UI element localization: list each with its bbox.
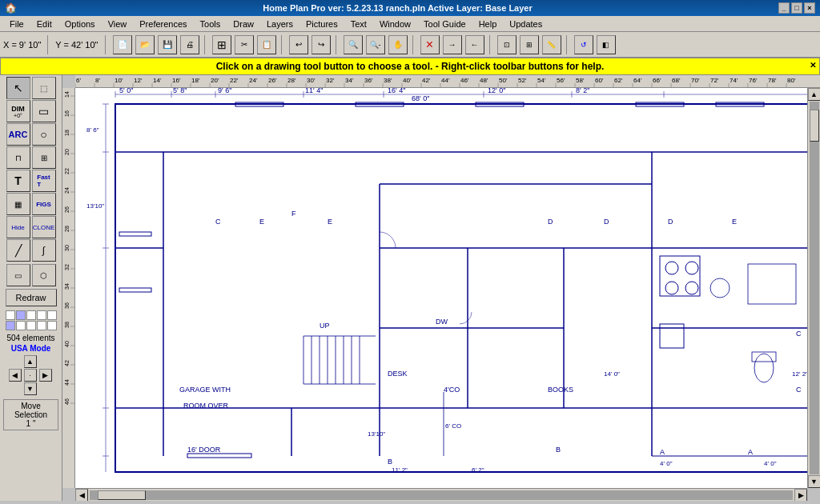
redo-button[interactable]: ↪ xyxy=(312,35,331,54)
window-controls: _ □ × xyxy=(778,2,815,14)
nav-right-button[interactable]: ▶ xyxy=(39,369,52,382)
poly-tool[interactable]: ⬡ xyxy=(32,264,56,286)
tip-bar: Click on a drawing tool button to choose… xyxy=(0,58,820,75)
fast-text-tool[interactable]: FastT xyxy=(32,170,56,192)
y-label: Y = 42' 10" xyxy=(55,40,98,50)
scroll-down-button[interactable]: ▼ xyxy=(808,475,821,488)
new-button[interactable]: 📄 xyxy=(113,35,132,54)
nav-left-button[interactable]: ◀ xyxy=(9,369,22,382)
hide-tool[interactable]: Hide xyxy=(6,216,30,238)
snap-button[interactable]: ⊡ xyxy=(497,35,517,54)
nav-arrows: ▲ ◀ · ▶ ▼ xyxy=(9,355,54,395)
save-button[interactable]: 💾 xyxy=(158,35,177,54)
cut-button[interactable]: ✂ xyxy=(235,35,254,54)
copy-button[interactable]: ⊞ xyxy=(212,35,231,54)
menu-pictures[interactable]: Pictures xyxy=(299,18,344,30)
rect-tool[interactable]: ▭ xyxy=(6,264,30,286)
scroll-track-h[interactable] xyxy=(90,490,793,500)
undo2-button[interactable]: ↺ xyxy=(574,35,593,54)
nav-up-button[interactable]: ▲ xyxy=(24,355,37,368)
menu-help[interactable]: Help xyxy=(472,18,504,30)
select-box-tool[interactable]: ⬚ xyxy=(32,77,56,99)
nav-down-button[interactable]: ▼ xyxy=(24,382,37,395)
menu-tools[interactable]: Tools xyxy=(194,18,227,30)
scroll-up-button[interactable]: ▲ xyxy=(808,88,821,101)
wall-tool[interactable]: ▭ xyxy=(32,100,56,122)
menu-options[interactable]: Options xyxy=(58,18,102,30)
spline-tool[interactable]: ∫ xyxy=(32,239,56,262)
grid-button[interactable]: ⊞ xyxy=(520,35,539,54)
line-tool[interactable]: ╱ xyxy=(6,239,30,262)
horizontal-scrollbar[interactable]: ◀ ▶ xyxy=(75,488,807,501)
x-label: X = 9' 10" xyxy=(3,40,41,50)
maximize-button[interactable]: □ xyxy=(791,2,802,14)
hatch-tool[interactable]: ▦ xyxy=(6,193,30,215)
nav-center-button[interactable]: · xyxy=(24,369,37,382)
measure-button[interactable]: 📏 xyxy=(542,35,561,54)
usa-mode: USA Mode xyxy=(2,344,60,353)
tool-sidebar: ↖ ⬚ DIM +0° ▭ ARC ○ ⊓ ⊞ T FastT ▦ FIGS H… xyxy=(0,75,62,501)
menu-view[interactable]: View xyxy=(102,18,134,30)
scroll-left-button[interactable]: ◀ xyxy=(75,489,88,501)
print-button[interactable]: 🖨 xyxy=(180,35,199,54)
text-tool[interactable]: T xyxy=(6,170,30,192)
element-count: 504 elements xyxy=(2,333,60,343)
menu-window[interactable]: Window xyxy=(373,18,417,30)
window-tool[interactable]: ⊞ xyxy=(32,146,56,169)
select-button[interactable]: × xyxy=(420,35,440,54)
menu-updates[interactable]: Updates xyxy=(503,18,549,30)
close-button[interactable]: × xyxy=(804,2,815,14)
tip-close-button[interactable]: ✕ xyxy=(810,61,816,70)
menu-toolguide[interactable]: Tool Guide xyxy=(417,18,472,30)
paste-button[interactable]: 📋 xyxy=(257,35,276,54)
arrow-left-button[interactable]: ← xyxy=(465,35,484,54)
clone-tool[interactable]: CLONE xyxy=(32,216,56,238)
vertical-scrollbar[interactable]: ▲ ▼ xyxy=(807,88,820,488)
circle-tool[interactable]: ○ xyxy=(32,123,56,146)
scroll-track-v[interactable] xyxy=(810,102,819,474)
top-ruler xyxy=(75,75,820,88)
menu-file[interactable]: File xyxy=(3,18,30,30)
app-icon: 🏠 xyxy=(5,2,17,14)
pan-button[interactable]: ✋ xyxy=(388,35,408,54)
door-tool[interactable]: ⊓ xyxy=(6,146,30,169)
scroll-right-button[interactable]: ▶ xyxy=(794,489,807,501)
window-title: Home Plan Pro ver: 5.2.23.13 ranch.pln A… xyxy=(17,3,778,13)
zoom-in-button[interactable]: 🔍 xyxy=(344,35,363,54)
select-arrow-tool[interactable]: ↖ xyxy=(6,77,30,99)
open-button[interactable]: 📂 xyxy=(135,35,155,54)
menu-layers[interactable]: Layers xyxy=(260,18,299,30)
misc1-button[interactable]: ◧ xyxy=(597,35,616,54)
menu-draw[interactable]: Draw xyxy=(227,18,260,30)
undo-button[interactable]: ↩ xyxy=(289,35,308,54)
minimize-button[interactable]: _ xyxy=(778,2,790,14)
menu-text[interactable]: Text xyxy=(344,18,373,30)
move-selection-box: Move Selection 1 " xyxy=(3,399,58,430)
redraw-button[interactable]: Redraw xyxy=(6,289,57,306)
left-ruler xyxy=(62,88,75,488)
mini-grid xyxy=(6,310,57,330)
arrow-right-button[interactable]: → xyxy=(443,35,462,54)
scroll-thumb-v[interactable] xyxy=(810,110,819,142)
figs-tool[interactable]: FIGS xyxy=(32,193,56,215)
menu-edit[interactable]: Edit xyxy=(30,18,58,30)
scroll-thumb-h[interactable] xyxy=(98,490,146,500)
zoom-out-button[interactable]: 🔍- xyxy=(366,35,385,54)
menu-preferences[interactable]: Preferences xyxy=(133,18,193,30)
menu-bar: File Edit Options View Preferences Tools… xyxy=(0,16,820,32)
arc-tool[interactable]: ARC xyxy=(6,123,30,146)
title-bar: 🏠 Home Plan Pro ver: 5.2.23.13 ranch.pln… xyxy=(0,0,820,16)
drawing-canvas-area[interactable] xyxy=(75,88,807,488)
dim-tool[interactable]: DIM +0° xyxy=(6,100,30,122)
